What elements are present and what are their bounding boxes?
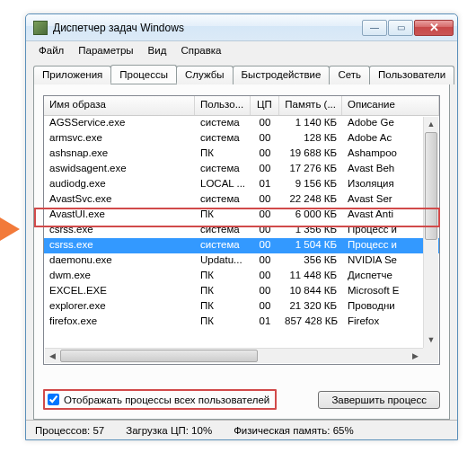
- scroll-down-icon[interactable]: ▼: [424, 333, 438, 348]
- status-cpu: Загрузка ЦП: 10%: [126, 425, 212, 436]
- menu-help[interactable]: Справка: [173, 43, 228, 58]
- scroll-left-icon[interactable]: ◀: [45, 349, 60, 363]
- process-list[interactable]: Имя образа Пользо... ЦП Память (... Опис…: [43, 95, 440, 365]
- table-row[interactable]: AvastSvc.exeсистема0022 248 КБAvast Ser: [44, 192, 439, 208]
- cell-cpu: 00: [251, 269, 279, 284]
- cell-memory: 19 688 КБ: [279, 146, 342, 162]
- scroll-thumb-h[interactable]: [60, 350, 258, 362]
- checkbox-input[interactable]: [48, 394, 59, 405]
- app-icon: [33, 21, 48, 35]
- cell-user: ПК: [195, 208, 251, 223]
- checkbox-label: Отображать процессы всех пользователей: [64, 395, 269, 405]
- cell-image-name: firefox.exe: [44, 315, 195, 330]
- list-header: Имя образа Пользо... ЦП Память (... Опис…: [44, 96, 439, 116]
- cell-cpu: 00: [251, 299, 279, 315]
- column-description[interactable]: Описание: [342, 96, 439, 115]
- cell-cpu: 00: [251, 146, 279, 162]
- column-image-name[interactable]: Имя образа: [44, 96, 195, 115]
- tab-strip: Приложения Процессы Службы Быстродействи…: [33, 65, 450, 84]
- menu-view[interactable]: Вид: [141, 43, 174, 58]
- end-process-button[interactable]: Завершить процесс: [318, 391, 440, 409]
- cell-cpu: 00: [251, 253, 279, 269]
- tab-network[interactable]: Сеть: [329, 66, 370, 84]
- table-row[interactable]: AvastUI.exeПК006 000 КБAvast Anti: [44, 208, 439, 223]
- cell-cpu: 00: [251, 223, 279, 238]
- table-row[interactable]: EXCEL.EXEПК0010 844 КБMicrosoft E: [44, 284, 439, 299]
- cell-memory: 22 248 КБ: [279, 192, 342, 208]
- table-row[interactable]: firefox.exeПК01857 428 КБFirefox: [44, 315, 439, 330]
- cell-user: система: [195, 131, 251, 146]
- cell-image-name: EXCEL.EXE: [44, 284, 195, 299]
- column-user[interactable]: Пользо...: [195, 96, 251, 115]
- table-row[interactable]: daemonu.exeUpdatu...00356 КБNVIDIA Se: [44, 253, 439, 269]
- processes-panel: Имя образа Пользо... ЦП Память (... Опис…: [33, 84, 450, 420]
- statusbar: Процессов: 57 Загрузка ЦП: 10% Физическа…: [26, 420, 457, 439]
- list-body: AGSService.exeсистема001 140 КБAdobe Gea…: [44, 116, 439, 350]
- table-row[interactable]: ashsnap.exeПК0019 688 КБAshampoo: [44, 146, 439, 162]
- cell-image-name: dwm.exe: [44, 269, 195, 284]
- vertical-scrollbar[interactable]: ▲ ▼: [423, 117, 438, 348]
- cell-memory: 1 356 КБ: [279, 223, 342, 238]
- scroll-right-icon[interactable]: ▶: [408, 349, 423, 363]
- cell-memory: 21 320 КБ: [279, 299, 342, 315]
- cell-user: система: [195, 223, 251, 238]
- table-row[interactable]: csrss.exeсистема001 504 КБПроцесс и: [44, 238, 439, 253]
- tab-applications[interactable]: Приложения: [33, 66, 111, 84]
- menu-options[interactable]: Параметры: [71, 43, 140, 58]
- cell-image-name: aswidsagent.exe: [44, 162, 195, 177]
- scroll-up-icon[interactable]: ▲: [424, 117, 438, 132]
- cell-image-name: csrss.exe: [44, 223, 195, 238]
- cell-memory: 1 504 КБ: [279, 238, 342, 253]
- window-title: Диспетчер задач Windows: [53, 22, 362, 34]
- cell-user: LOCAL ...: [195, 177, 251, 192]
- cell-image-name: explorer.exe: [44, 299, 195, 315]
- cell-image-name: daemonu.exe: [44, 253, 195, 269]
- cell-memory: 356 КБ: [279, 253, 342, 269]
- cell-cpu: 01: [251, 177, 279, 192]
- tab-processes[interactable]: Процессы: [110, 65, 177, 84]
- minimize-button[interactable]: —: [362, 20, 387, 36]
- cell-cpu: 00: [251, 238, 279, 253]
- menubar: Файл Параметры Вид Справка: [26, 41, 457, 59]
- cell-cpu: 00: [251, 131, 279, 146]
- status-memory: Физическая память: 65%: [234, 425, 354, 436]
- cell-memory: 128 КБ: [279, 131, 342, 146]
- status-processes: Процессов: 57: [35, 425, 104, 436]
- scroll-thumb-v[interactable]: [425, 132, 437, 240]
- cell-user: система: [195, 192, 251, 208]
- cell-cpu: 00: [251, 116, 279, 131]
- cell-image-name: audiodg.exe: [44, 177, 195, 192]
- show-all-users-checkbox[interactable]: Отображать процессы всех пользователей: [43, 389, 277, 410]
- cell-memory: 9 156 КБ: [279, 177, 342, 192]
- cell-cpu: 00: [251, 208, 279, 223]
- cell-image-name: AGSService.exe: [44, 116, 195, 131]
- cell-user: Updatu...: [195, 253, 251, 269]
- table-row[interactable]: audiodg.exeLOCAL ...019 156 КБИзоляция: [44, 177, 439, 192]
- cell-cpu: 00: [251, 192, 279, 208]
- column-memory[interactable]: Память (...: [279, 96, 342, 115]
- tab-performance[interactable]: Быстродействие: [233, 66, 331, 84]
- maximize-button[interactable]: ▭: [388, 20, 413, 36]
- callout-arrow: [0, 217, 20, 241]
- cell-image-name: ashsnap.exe: [44, 146, 195, 162]
- tab-users[interactable]: Пользователи: [369, 66, 454, 84]
- titlebar[interactable]: Диспетчер задач Windows — ▭ ✕: [26, 14, 457, 41]
- cell-memory: 1 140 КБ: [279, 116, 342, 131]
- table-row[interactable]: csrss.exeсистема001 356 КБПроцесс и: [44, 223, 439, 238]
- horizontal-scrollbar[interactable]: ◀ ▶: [45, 348, 423, 363]
- cell-user: система: [195, 238, 251, 253]
- table-row[interactable]: explorer.exeПК0021 320 КБПроводни: [44, 299, 439, 315]
- cell-memory: 857 428 КБ: [279, 315, 342, 330]
- cell-memory: 6 000 КБ: [279, 208, 342, 223]
- cell-user: система: [195, 116, 251, 131]
- table-row[interactable]: AGSService.exeсистема001 140 КБAdobe Ge: [44, 116, 439, 131]
- table-row[interactable]: armsvc.exeсистема00128 КБAdobe Ac: [44, 131, 439, 146]
- table-row[interactable]: dwm.exeПК0011 448 КБДиспетче: [44, 269, 439, 284]
- cell-image-name: armsvc.exe: [44, 131, 195, 146]
- table-row[interactable]: aswidsagent.exeсистема0017 276 КБAvast B…: [44, 162, 439, 177]
- tab-services[interactable]: Службы: [176, 66, 234, 84]
- column-cpu[interactable]: ЦП: [251, 96, 279, 115]
- close-button[interactable]: ✕: [414, 20, 454, 36]
- cell-user: ПК: [195, 146, 251, 162]
- menu-file[interactable]: Файл: [31, 43, 71, 58]
